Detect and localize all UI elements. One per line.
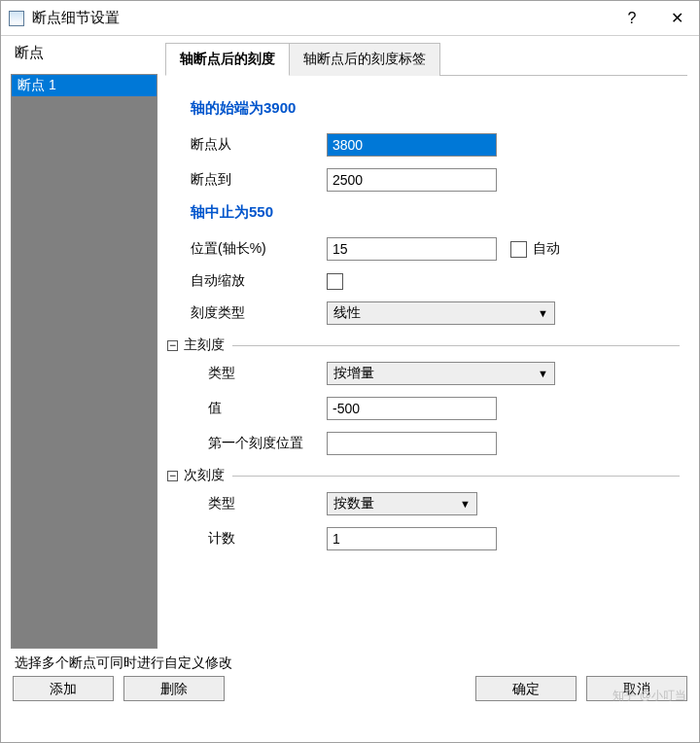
chevron-down-icon: ▼ [538, 307, 548, 319]
close-button[interactable]: ✕ [654, 1, 699, 36]
major-type-select[interactable]: 按增量 ▼ [327, 362, 555, 385]
position-input[interactable] [327, 237, 497, 261]
breakpoint-list[interactable]: 断点 1 [11, 74, 158, 649]
autoscale-checkbox[interactable] [327, 273, 343, 290]
app-icon [9, 11, 24, 26]
hint-text: 选择多个断点可同时进行自定义修改 [13, 655, 687, 672]
tab-scale-labels-after-break[interactable]: 轴断点后的刻度标签 [290, 43, 440, 76]
chevron-down-icon: ▼ [460, 498, 471, 510]
minor-type-select[interactable]: 按数量 ▼ [327, 492, 477, 515]
autoscale-label: 自动缩放 [191, 272, 327, 290]
help-button[interactable]: ? [610, 1, 654, 36]
major-value-input[interactable] [327, 397, 497, 420]
delete-button[interactable]: 删除 [123, 676, 225, 701]
first-tick-label: 第一个刻度位置 [208, 435, 327, 452]
tab-scale-after-break[interactable]: 轴断点后的刻度 [165, 43, 290, 76]
break-from-input[interactable] [327, 133, 497, 157]
sidebar: 断点 断点 1 [1, 36, 161, 649]
main-area: 断点 断点 1 轴断点后的刻度 轴断点后的刻度标签 轴的始端为3900 断点从 … [1, 36, 699, 649]
add-button[interactable]: 添加 [13, 676, 114, 701]
sidebar-header: 断点 [1, 36, 161, 70]
minor-ticks-header: 次刻度 [184, 467, 225, 484]
first-tick-input[interactable] [327, 432, 497, 455]
breakpoint-item[interactable]: 断点 1 [12, 75, 157, 96]
watermark: 知乎 @小叮当 [612, 688, 686, 704]
tab-bar: 轴断点后的刻度 轴断点后的刻度标签 [165, 42, 687, 76]
major-ticks-header: 主刻度 [184, 336, 225, 354]
ok-button[interactable]: 确定 [475, 676, 577, 701]
position-label: 位置(轴长%) [191, 240, 327, 258]
major-type-value: 按增量 [333, 365, 374, 382]
major-value-label: 值 [208, 400, 327, 417]
minor-type-label: 类型 [208, 495, 327, 513]
divider [232, 345, 680, 346]
auto-label: 自动 [533, 240, 560, 258]
major-ticks-section: − 主刻度 [167, 336, 680, 354]
collapse-icon[interactable]: − [167, 340, 178, 351]
axis-mid-header: 轴中止为550 [191, 203, 680, 222]
break-to-input[interactable] [327, 168, 497, 192]
window-title: 断点细节设置 [32, 9, 610, 27]
title-bar: 断点细节设置 ? ✕ [1, 1, 699, 36]
break-from-label: 断点从 [191, 136, 327, 154]
axis-start-header: 轴的始端为3900 [191, 99, 680, 118]
ticktype-label: 刻度类型 [191, 304, 327, 322]
auto-checkbox[interactable] [510, 241, 527, 258]
ticktype-value: 线性 [333, 304, 361, 322]
form: 轴的始端为3900 断点从 断点到 轴中止为550 位置(轴长%) 自动 自动缩… [165, 76, 687, 570]
minor-ticks-section: − 次刻度 [167, 467, 680, 484]
major-type-label: 类型 [208, 365, 327, 382]
divider [232, 476, 680, 477]
break-to-label: 断点到 [191, 171, 327, 189]
bottom-bar: 选择多个断点可同时进行自定义修改 添加 删除 确定 取消 [1, 649, 699, 701]
chevron-down-icon: ▼ [538, 368, 548, 379]
minor-count-label: 计数 [208, 530, 327, 548]
minor-count-input[interactable] [327, 527, 497, 550]
content-panel: 轴断点后的刻度 轴断点后的刻度标签 轴的始端为3900 断点从 断点到 轴中止为… [161, 36, 699, 649]
collapse-icon[interactable]: − [167, 471, 178, 481]
minor-type-value: 按数量 [333, 495, 374, 513]
ticktype-select[interactable]: 线性 ▼ [327, 301, 555, 325]
